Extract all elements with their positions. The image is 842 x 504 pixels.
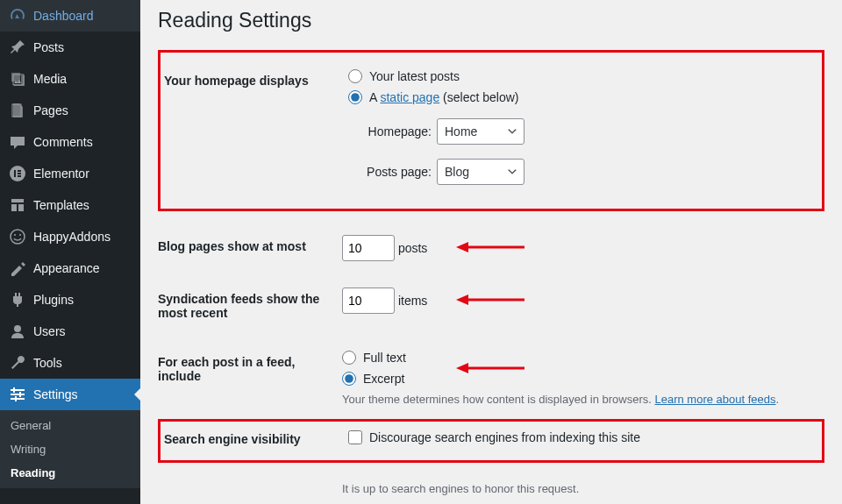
sidebar-item-happyaddons[interactable]: HappyAddons [0, 221, 140, 252]
users-icon [9, 323, 26, 340]
svg-rect-17 [19, 392, 21, 397]
sub-general[interactable]: General [0, 414, 140, 437]
blog-pages-label: Blog pages show at most [158, 222, 333, 274]
search-desc: It is up to search engines to honor this… [342, 482, 816, 495]
svg-rect-6 [11, 199, 24, 202]
sidebar-label: Elementor [33, 167, 89, 181]
sidebar-label: HappyAddons [33, 230, 111, 244]
sidebar-item-plugins[interactable]: Plugins [0, 284, 140, 316]
main-content: Reading Settings Your homepage displays … [140, 0, 842, 504]
feed-content-label: For each post in a feed, include [158, 337, 333, 419]
sidebar-label: Comments [33, 135, 93, 149]
pages-icon [9, 102, 26, 119]
sidebar-label: Media [33, 72, 67, 86]
dashboard-icon [9, 7, 26, 25]
blog-pages-suffix: posts [398, 241, 427, 255]
arrow-icon [456, 362, 526, 374]
elementor-icon [9, 165, 26, 182]
sidebar-item-elementor[interactable]: Elementor [0, 158, 140, 189]
svg-marker-22 [456, 295, 468, 305]
svg-rect-16 [13, 387, 15, 393]
svg-marker-24 [456, 363, 468, 373]
sidebar-label: Appearance [33, 261, 100, 275]
svg-point-12 [14, 325, 21, 332]
sidebar-label: Pages [33, 103, 68, 117]
media-icon [9, 70, 26, 88]
radio-latest-posts[interactable] [348, 69, 362, 83]
homepage-select-label: Homepage: [348, 124, 432, 138]
radio-label-latest: Your latest posts [369, 69, 460, 83]
templates-icon [9, 196, 26, 214]
comments-icon [9, 133, 26, 151]
svg-point-9 [11, 230, 25, 244]
sub-reading[interactable]: Reading [0, 461, 140, 485]
sidebar-item-posts[interactable]: Posts [0, 32, 140, 63]
svg-rect-3 [18, 170, 21, 172]
svg-point-10 [14, 234, 16, 236]
search-visibility-text: Discourage search engines from indexing … [369, 430, 640, 444]
svg-rect-7 [11, 204, 17, 211]
search-visibility-checkbox[interactable] [348, 430, 362, 444]
sidebar-item-media[interactable]: Media [0, 63, 140, 95]
homepage-select[interactable]: Home [437, 118, 524, 145]
search-visibility-label: Search engine visibility [164, 425, 339, 457]
pin-icon [9, 39, 26, 56]
sidebar-label: Tools [33, 356, 62, 370]
arrow-icon [456, 241, 526, 253]
svg-rect-2 [14, 170, 16, 177]
highlight-box-search: Search engine visibility Discourage sear… [158, 419, 824, 463]
highlight-box-homepage: Your homepage displays Your latest posts… [158, 50, 824, 211]
syndication-suffix: items [398, 294, 427, 308]
radio-static-page[interactable] [348, 90, 362, 104]
radio-excerpt[interactable] [342, 372, 356, 386]
happy-icon [9, 228, 26, 245]
svg-rect-14 [11, 394, 25, 395]
sidebar-label: Templates [33, 198, 89, 212]
sidebar-item-templates[interactable]: Templates [0, 189, 140, 221]
admin-sidebar: Dashboard Posts Media Pages Comments Ele… [0, 0, 140, 504]
svg-rect-4 [18, 173, 21, 174]
svg-point-11 [19, 234, 21, 236]
sidebar-item-pages[interactable]: Pages [0, 95, 140, 126]
svg-marker-20 [456, 242, 468, 252]
feed-desc: Your theme determines how content is dis… [342, 393, 816, 406]
radio-full-text[interactable] [342, 351, 356, 365]
page-title: Reading Settings [158, 9, 824, 32]
plugins-icon [9, 291, 26, 309]
syndication-input[interactable] [342, 287, 395, 314]
sidebar-label: Posts [33, 40, 64, 54]
sidebar-label: Users [33, 324, 66, 338]
posts-page-select[interactable]: Blog [437, 159, 524, 185]
svg-rect-15 [11, 398, 25, 400]
svg-rect-8 [18, 204, 24, 211]
sub-writing[interactable]: Writing [0, 437, 140, 461]
radio-label-excerpt: Excerpt [363, 372, 404, 386]
sidebar-label: Dashboard [33, 9, 94, 23]
homepage-displays-label: Your homepage displays [164, 56, 339, 205]
sidebar-label: Plugins [33, 293, 74, 307]
syndication-label: Syndication feeds show the most recent [158, 274, 333, 337]
sidebar-item-comments[interactable]: Comments [0, 126, 140, 158]
sidebar-item-users[interactable]: Users [0, 316, 140, 347]
learn-feeds-link[interactable]: Learn more about feeds [654, 393, 775, 406]
sidebar-item-dashboard[interactable]: Dashboard [0, 0, 140, 32]
appearance-icon [9, 259, 26, 277]
svg-rect-18 [15, 396, 17, 401]
arrow-icon [456, 294, 526, 306]
settings-submenu: General Writing Reading [0, 410, 140, 488]
settings-icon [9, 386, 26, 403]
radio-label-static: A static page (select below) [369, 90, 518, 104]
svg-rect-5 [18, 175, 21, 177]
tools-icon [9, 354, 26, 372]
static-page-link[interactable]: static page [380, 90, 439, 104]
sidebar-item-appearance[interactable]: Appearance [0, 252, 140, 284]
sidebar-label: Settings [33, 387, 78, 401]
sidebar-item-settings[interactable]: Settings [0, 379, 140, 410]
radio-label-full: Full text [363, 351, 406, 365]
posts-page-select-label: Posts page: [348, 165, 432, 179]
svg-rect-13 [11, 389, 25, 391]
sidebar-item-tools[interactable]: Tools [0, 347, 140, 379]
blog-pages-input[interactable] [342, 235, 395, 261]
